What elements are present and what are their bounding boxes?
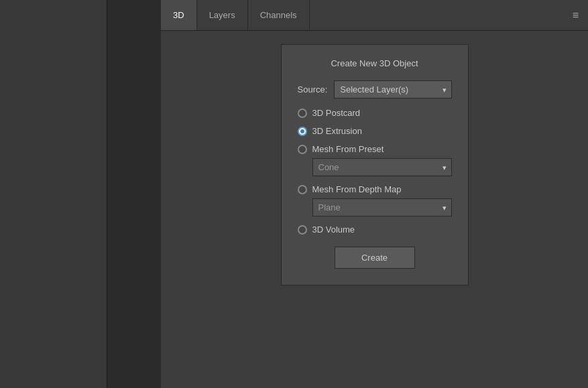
tab-channels-label: Channels [260,10,297,20]
depth-map-select[interactable]: Plane Two-Sided Plane Sphere Cylinder [312,198,452,216]
left-sidebar [0,0,161,388]
create-button[interactable]: Create [335,247,415,269]
radio-depth-map[interactable] [298,185,307,194]
radio-item-postcard[interactable]: 3D Postcard [298,108,452,118]
radio-volume[interactable] [298,225,307,235]
source-select[interactable]: Selected Layer(s) All Layers Active Laye… [334,80,451,99]
radio-depth-map-label: Mesh From Depth Map [312,184,402,194]
source-select-wrapper[interactable]: Selected Layer(s) All Layers Active Laye… [334,80,451,99]
depth-map-select-wrapper[interactable]: Plane Two-Sided Plane Sphere Cylinder [312,198,452,216]
radio-item-mesh-preset[interactable]: Mesh From Preset [298,144,452,154]
source-label: Source: [298,84,328,94]
create-3d-panel: Create New 3D Object Source: Selected La… [281,44,469,285]
radio-item-volume[interactable]: 3D Volume [298,224,452,235]
right-area: 3D Layers Channels ≡ Create New 3D Objec… [161,0,588,388]
mesh-preset-select-wrapper[interactable]: Cone Cube Cylinder Donut Hat Sphere [312,158,452,176]
mesh-preset-select[interactable]: Cone Cube Cylinder Donut Hat Sphere [312,158,452,176]
radio-extrusion-label: 3D Extrusion [312,126,362,136]
tab-channels[interactable]: Channels [248,0,310,30]
radio-postcard-label: 3D Postcard [312,108,361,118]
radio-item-depth-map[interactable]: Mesh From Depth Map [298,184,452,194]
tab-3d[interactable]: 3D [161,0,197,30]
tab-layers-label: Layers [209,10,235,20]
tab-3d-label: 3D [173,10,184,20]
left-panel [0,0,107,388]
radio-item-extrusion[interactable]: 3D Extrusion [298,126,452,136]
source-row: Source: Selected Layer(s) All Layers Act… [298,80,452,99]
radio-mesh-preset-label: Mesh From Preset [312,144,384,154]
main-content: Create New 3D Object Source: Selected La… [161,31,588,388]
radio-volume-label: 3D Volume [312,224,355,235]
panel-title: Create New 3D Object [298,58,452,68]
radio-group: 3D Postcard 3D Extrusion Mesh From Prese… [298,108,452,235]
tab-layers[interactable]: Layers [197,0,248,30]
panel-menu-button[interactable]: ≡ [570,7,581,23]
tab-bar: 3D Layers Channels ≡ [161,0,588,31]
radio-extrusion[interactable] [298,127,307,136]
radio-mesh-preset[interactable] [298,145,307,154]
radio-postcard[interactable] [298,109,307,118]
